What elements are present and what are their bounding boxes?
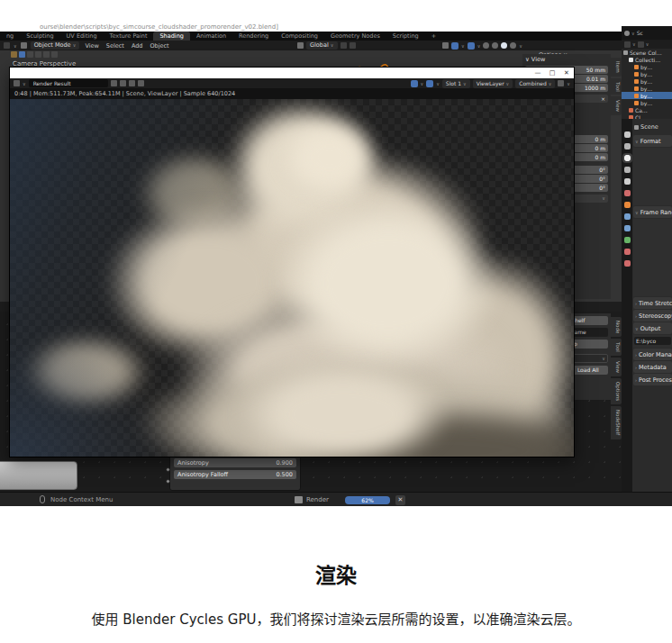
shading-wireframe-icon[interactable]	[483, 42, 489, 49]
workspace-tab[interactable]: Shading	[153, 32, 189, 41]
orientation-dropdown[interactable]: Global ∨	[306, 41, 338, 50]
render-pass-dropdown[interactable]: Combined ∨	[515, 79, 555, 88]
folder-icon[interactable]	[129, 80, 135, 86]
sidebar-tab[interactable]: Node	[611, 317, 622, 337]
node-socket[interactable]	[166, 479, 170, 484]
sidebar-tab[interactable]: NodeShelf	[611, 406, 622, 439]
active-tool-icon[interactable]	[11, 51, 17, 58]
snap-icon[interactable]	[341, 42, 347, 49]
shading-material-icon[interactable]	[501, 42, 507, 49]
properties-tab-icon[interactable]	[624, 167, 631, 173]
tool-icon[interactable]	[27, 51, 33, 58]
workspace-tab[interactable]: UV Editing	[60, 32, 104, 41]
workspace-tab[interactable]: ng	[0, 32, 20, 41]
tool-icon[interactable]	[35, 51, 41, 58]
node-slider[interactable]: Anisotropy 0.900	[174, 458, 296, 467]
tool-icon[interactable]	[51, 51, 58, 58]
node-preview-box[interactable]	[0, 461, 77, 490]
snap-icon[interactable]	[411, 80, 418, 87]
node-slider[interactable]: Anisotropy Falloff 0.500	[174, 470, 296, 479]
viewport-menu-item[interactable]: Add	[130, 42, 145, 50]
workspace-tab[interactable]: +	[425, 32, 442, 41]
section-header[interactable]: › Metadata	[633, 361, 672, 373]
properties-tab-icon[interactable]	[624, 190, 631, 196]
editor-type-icon[interactable]	[4, 42, 10, 49]
sidebar-tab[interactable]: Options	[611, 378, 622, 404]
sidebar-tab[interactable]: Item	[611, 58, 622, 77]
shading-solid-icon[interactable]	[492, 42, 498, 49]
pin-icon[interactable]	[120, 80, 126, 86]
channels-icon[interactable]	[558, 80, 564, 86]
viewport-menu-item[interactable]: Object	[148, 42, 170, 50]
outliner-row[interactable]: by…	[622, 70, 672, 77]
output-path-field[interactable]: E:\byco	[634, 337, 671, 345]
outliner-row[interactable]: by…	[622, 85, 672, 92]
outliner-row[interactable]: by…	[622, 77, 672, 85]
unlink-icon[interactable]	[138, 80, 144, 86]
workspace-tab[interactable]: Geometry Nodes	[324, 32, 386, 41]
pivot-icon[interactable]	[426, 80, 433, 87]
maximize-button[interactable]: □	[545, 68, 559, 78]
sidebar-tab[interactable]: View	[611, 358, 622, 376]
properties-tab-icon[interactable]	[624, 237, 631, 243]
node-socket[interactable]	[166, 467, 170, 472]
image-datablock-field[interactable]: Render Result	[29, 79, 108, 87]
mode-dropdown[interactable]: Object Mode ∨	[31, 41, 80, 50]
properties-tab-icon[interactable]	[624, 260, 631, 267]
properties-tab-icon[interactable]	[624, 213, 631, 220]
outliner-row[interactable]: Scene Col…	[622, 49, 672, 56]
outliner-row[interactable]: Collecti…	[622, 56, 672, 63]
properties-tab-icon[interactable]	[624, 225, 631, 231]
outliner-row[interactable]: by…	[622, 63, 672, 70]
scene-selector[interactable]: ∨ Sc	[622, 26, 672, 40]
section-header[interactable]: › Time Stretching	[633, 297, 672, 309]
properties-tab-icon[interactable]	[624, 143, 631, 149]
filter-icon[interactable]	[624, 41, 631, 48]
workspace-tab[interactable]: Sculpting	[20, 32, 59, 41]
section-header[interactable]: › Color Management	[633, 349, 672, 360]
section-label: Color Management	[639, 351, 672, 358]
properties-tab-icon[interactable]	[624, 249, 631, 255]
cancel-render-button[interactable]: ✕	[395, 495, 405, 505]
section-header[interactable]: › Stereoscopy	[633, 310, 672, 322]
close-button[interactable]: ✕	[559, 68, 574, 78]
pivot-icon[interactable]	[442, 42, 449, 49]
shading-rendered-icon[interactable]	[510, 42, 516, 49]
slot-dropdown[interactable]: Slot 1 ∨	[442, 79, 470, 88]
workspace-tab[interactable]: Scripting	[386, 32, 425, 41]
workspace-tab[interactable]: Animation	[190, 32, 232, 41]
workspace-tab[interactable]: Compositing	[275, 32, 324, 41]
magnet-icon[interactable]	[451, 42, 459, 50]
section-header[interactable]: ∨ Format	[633, 135, 672, 147]
rendered-cloud-image[interactable]	[10, 99, 574, 457]
sidebar-tab[interactable]: Tool	[611, 78, 622, 95]
display-mode-icon[interactable]	[638, 41, 644, 48]
sidebar-tab[interactable]: Tool	[611, 339, 622, 356]
image-editor-icon[interactable]	[14, 80, 20, 86]
proportional-icon[interactable]	[468, 42, 475, 50]
properties-tab-icon[interactable]	[624, 202, 631, 208]
section-header[interactable]: ∨ Output	[633, 322, 672, 334]
properties-tab-icon[interactable]	[624, 131, 631, 138]
outliner-row[interactable]: by…	[622, 99, 672, 106]
view-panel-header[interactable]: ∨ View	[525, 56, 608, 63]
section-header[interactable]: › Post Processing	[633, 374, 672, 385]
new-image-icon[interactable]	[111, 80, 117, 86]
proportional-edit-icon[interactable]	[350, 42, 356, 49]
workspace-tab[interactable]: Texture Paint	[104, 32, 154, 41]
properties-tab-icon[interactable]	[624, 155, 631, 161]
sidebar-tab[interactable]: View	[611, 96, 622, 115]
workspace-tab[interactable]: Rendering	[232, 32, 275, 41]
viewport-menu-item[interactable]: Select	[104, 42, 126, 50]
clear-icon[interactable]: ×	[601, 95, 605, 103]
section-header[interactable]: ∨ Frame Range	[633, 206, 672, 218]
viewport-menu-item[interactable]: View	[83, 42, 100, 50]
outliner-row-label: by…	[640, 86, 652, 92]
properties-tab-icon[interactable]	[624, 178, 631, 185]
tool-icon[interactable]	[43, 51, 50, 58]
outliner-row[interactable]: by…	[622, 92, 672, 99]
minimize-button[interactable]: —	[531, 68, 545, 78]
view-layer-dropdown[interactable]: ViewLayer ∨	[473, 79, 513, 88]
select-box-icon[interactable]	[19, 51, 25, 58]
outliner-row[interactable]: Ca…	[622, 106, 672, 113]
